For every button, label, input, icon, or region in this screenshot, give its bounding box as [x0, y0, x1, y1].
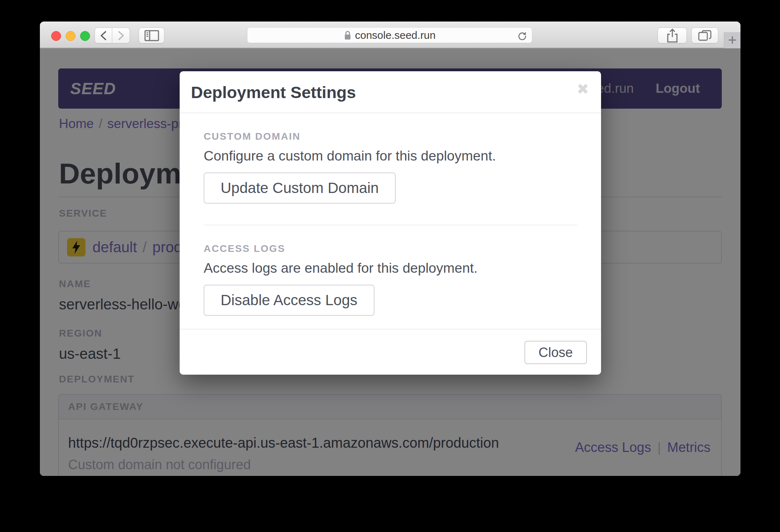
back-button[interactable] [95, 28, 112, 43]
custom-domain-label: CUSTOM DOMAIN [204, 131, 577, 142]
history-nav-group [95, 28, 130, 43]
access-logs-description: Access logs are enabled for this deploym… [204, 260, 577, 276]
chevron-left-icon [99, 30, 108, 41]
deployment-settings-modal: Deployment Settings ✖ CUSTOM DOMAIN Conf… [180, 71, 601, 375]
modal-header: Deployment Settings ✖ [180, 71, 601, 113]
close-window-button[interactable] [51, 31, 61, 41]
share-icon [666, 28, 678, 43]
reload-button[interactable] [516, 30, 528, 41]
modal-footer: Close [180, 329, 601, 375]
lock-icon [344, 30, 352, 41]
tab-overview-button[interactable] [691, 28, 718, 43]
new-tab-button[interactable]: + [724, 32, 740, 48]
close-icon[interactable]: ✖ [577, 80, 589, 98]
sidebar-toggle-button[interactable] [139, 28, 164, 43]
close-button[interactable]: Close [524, 341, 587, 364]
forward-button[interactable] [112, 28, 130, 43]
traffic-lights [51, 31, 90, 41]
chevron-right-icon [116, 30, 126, 41]
disable-access-logs-button[interactable]: Disable Access Logs [204, 285, 374, 316]
access-logs-label: ACCESS LOGS [204, 243, 577, 254]
modal-body: CUSTOM DOMAIN Configure a custom domain … [180, 131, 601, 316]
minimize-window-button[interactable] [66, 31, 76, 41]
browser-toolbar: console.seed.run [40, 22, 740, 48]
tabs-icon [698, 30, 712, 42]
section-divider [204, 225, 577, 225]
safari-window: console.seed.run [40, 22, 740, 476]
modal-title: Deployment Settings [191, 83, 356, 102]
zoom-window-button[interactable] [80, 31, 90, 41]
custom-domain-description: Configure a custom domain for this deplo… [204, 148, 577, 164]
url-text: console.seed.run [355, 29, 436, 41]
share-button[interactable] [658, 28, 687, 43]
address-bar[interactable]: console.seed.run [247, 27, 532, 43]
update-custom-domain-button[interactable]: Update Custom Domain [204, 173, 396, 204]
seed-console-page: SEED @seed.run Logout Home/serverless-pr… [40, 48, 740, 476]
desktop-background: console.seed.run [0, 0, 780, 532]
sidebar-icon [144, 30, 159, 41]
